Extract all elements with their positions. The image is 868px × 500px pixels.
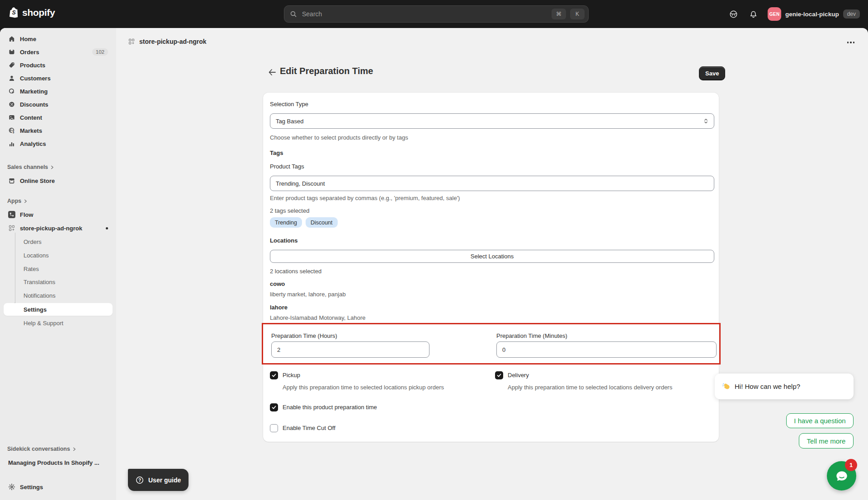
content-icon — [8, 114, 15, 121]
sidebar-item-products[interactable]: Products — [4, 59, 113, 71]
cmd-key-badge: ⌘ — [552, 9, 566, 19]
chevron-right-icon — [24, 199, 28, 203]
selection-type-help: Choose whether to select products direct… — [270, 134, 408, 141]
app-grid-icon — [128, 38, 135, 45]
check-icon — [496, 373, 502, 378]
page-title: Edit Preparation Time — [280, 66, 373, 76]
chat-more-button[interactable]: Tell me more — [799, 433, 854, 449]
sidebar-subitem-help-support[interactable]: Help & Support — [4, 317, 113, 329]
sidebar-subitem-translations[interactable]: Translations — [4, 276, 113, 288]
selection-type-value: Tag Based — [276, 118, 303, 125]
sidebar-item-markets[interactable]: $ Markets — [4, 124, 113, 137]
store-menu[interactable]: GEN genie-local-pickup dev — [766, 6, 862, 22]
env-badge: dev — [843, 9, 860, 19]
product-tags-help: Enter product tags separated by commas (… — [270, 195, 460, 201]
sidekick-icon — [729, 10, 738, 19]
global-search[interactable]: ⌘ K — [284, 5, 589, 23]
customers-icon — [8, 75, 15, 82]
sidebar-item-flow[interactable]: Flow — [4, 208, 113, 221]
store-avatar: GEN — [768, 7, 781, 21]
select-caret-icon — [703, 118, 708, 124]
sidebar-item-label: Markets — [20, 127, 42, 134]
product-tags-input[interactable] — [270, 176, 714, 191]
chat-bubble-icon — [834, 468, 849, 484]
flow-app-icon — [8, 211, 15, 218]
chat-question-button[interactable]: I have a question — [786, 413, 854, 428]
chevron-right-icon — [72, 447, 76, 451]
sidebar-subitem-rates[interactable]: Rates — [4, 262, 113, 275]
shopify-logo[interactable]: S shopify — [9, 7, 55, 19]
bell-icon — [750, 10, 757, 18]
orders-icon — [8, 48, 15, 56]
markets-globe-icon: $ — [8, 127, 15, 134]
select-locations-button[interactable]: Select Locations — [270, 250, 714, 263]
sidebar-item-settings[interactable]: Settings — [4, 481, 113, 493]
sidebar-subitem-settings-active[interactable]: Settings — [4, 303, 113, 316]
products-tag-icon — [8, 61, 15, 69]
product-tags-label: Product Tags — [270, 163, 304, 170]
location-address: Lahore-Islamabad Motorway, Lahore — [270, 314, 366, 321]
sidebar-item-app-store-pickup[interactable]: store-pickup-ad-ngrok — [4, 222, 113, 234]
subitem-label: Translations — [24, 279, 55, 285]
delivery-label: Delivery — [508, 372, 529, 379]
brand-wordmark: shopify — [22, 7, 55, 18]
frame-inner: Home Orders 102 Products Custom — [0, 28, 868, 500]
sidebar-subitem-notifications[interactable]: Notifications — [4, 289, 113, 302]
sidebar-item-analytics[interactable]: Analytics — [4, 137, 113, 150]
tag-pill: Trending — [270, 217, 302, 228]
pickup-checkbox[interactable] — [270, 371, 278, 379]
discounts-icon — [8, 101, 15, 108]
sidebar-item-label: Flow — [20, 211, 33, 218]
analytics-bars-icon — [8, 140, 15, 147]
save-button[interactable]: Save — [699, 66, 725, 80]
sidebar-item-label: Online Store — [20, 178, 55, 184]
sidebar-subitem-orders[interactable]: Orders — [4, 235, 113, 248]
subitem-label: Settings — [24, 306, 47, 313]
sales-channels-label: Sales channels — [7, 164, 48, 170]
sidebar-subitem-locations[interactable]: Locations — [4, 249, 113, 262]
question-circle-icon: ? — [136, 476, 144, 484]
sidekick-conversation-item[interactable]: Managing Products In Shopify ... — [4, 456, 113, 469]
sidekick-button[interactable] — [726, 7, 741, 21]
sales-channels-header[interactable]: Sales channels — [7, 163, 54, 172]
search-icon — [290, 10, 297, 18]
sidebar-item-marketing[interactable]: Marketing — [4, 85, 113, 98]
prep-hours-label: Preparation Time (Hours) — [271, 332, 337, 339]
back-button[interactable] — [267, 67, 278, 78]
sidebar-item-discounts[interactable]: Discounts — [4, 98, 113, 111]
tag-pill: Discount — [306, 217, 338, 228]
subitem-label: Locations — [24, 252, 49, 259]
chevron-right-icon — [50, 165, 54, 169]
sidebar-item-orders[interactable]: Orders 102 — [4, 46, 113, 58]
prep-hours-input[interactable] — [271, 341, 429, 358]
chat-greeting-text: Hi! How can we help? — [735, 383, 800, 390]
prep-minutes-input[interactable] — [496, 341, 717, 358]
search-input[interactable] — [301, 10, 547, 18]
sidebar-item-customers[interactable]: Customers — [4, 72, 113, 84]
sidebar-item-label: Analytics — [20, 140, 46, 147]
preparation-form-card: Selection Type Tag Based Choose whether … — [263, 93, 719, 442]
subitem-label: Rates — [24, 266, 39, 272]
sidekick-conversations-header[interactable]: Sidekick conversations — [7, 444, 76, 453]
selection-type-select[interactable]: Tag Based — [270, 113, 714, 129]
sidebar-item-online-store[interactable]: Online Store — [4, 174, 113, 187]
more-actions-button[interactable] — [847, 40, 855, 45]
sidebar-item-label: Marketing — [20, 88, 47, 95]
subitem-label: Orders — [24, 238, 42, 245]
online-store-icon — [8, 177, 15, 184]
tags-heading: Tags — [270, 150, 283, 156]
sidebar: Home Orders 102 Products Custom — [0, 28, 116, 500]
enable-cutoff-checkbox[interactable] — [270, 424, 278, 432]
apps-header[interactable]: Apps — [7, 196, 28, 206]
main-content: store-pickup-ad-ngrok Edit Preparation T… — [116, 28, 868, 500]
sidebar-item-content[interactable]: Content — [4, 111, 113, 124]
sidebar-item-home[interactable]: Home — [4, 33, 113, 45]
pickup-label: Pickup — [283, 372, 300, 379]
locations-heading: Locations — [270, 237, 297, 244]
sidekick-header-label: Sidekick conversations — [7, 446, 70, 452]
user-guide-button[interactable]: ? User guide — [128, 469, 189, 491]
svg-text:S: S — [12, 9, 16, 16]
enable-preparation-checkbox[interactable] — [270, 403, 278, 411]
notifications-button[interactable] — [746, 7, 760, 21]
delivery-checkbox[interactable] — [495, 371, 503, 379]
